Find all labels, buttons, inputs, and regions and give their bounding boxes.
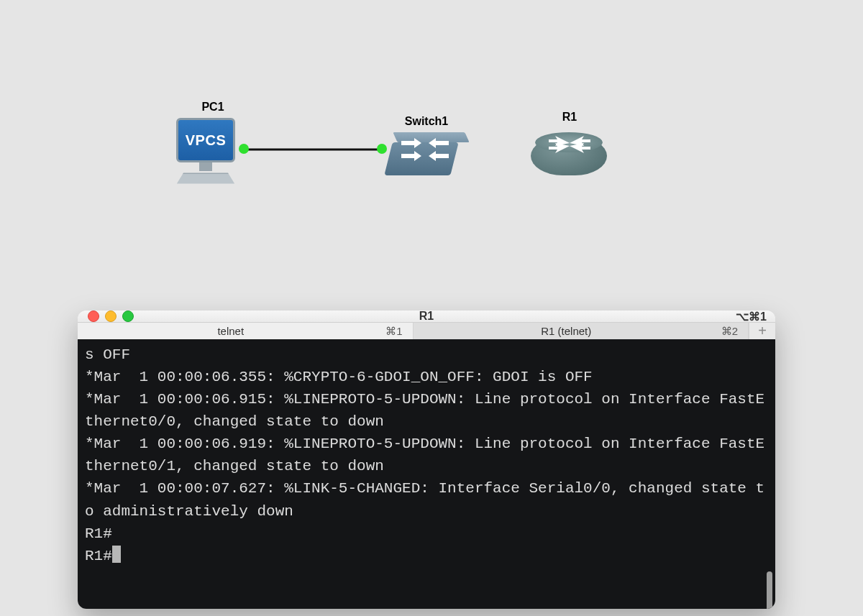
node-r1[interactable] xyxy=(531,132,607,178)
tab-shortcut: ⌘2 xyxy=(721,325,738,338)
tab-shortcut: ⌘1 xyxy=(385,325,402,338)
terminal-window: R1 ⌥⌘1 telnet ⌘1 R1 (telnet) ⌘2 + s OFF … xyxy=(78,311,775,609)
scrollbar-thumb[interactable] xyxy=(767,571,772,609)
topology-canvas[interactable]: PC1 VPCS Switch1 R1 xyxy=(0,0,863,316)
tab-label: R1 (telnet) xyxy=(541,325,620,337)
tab-telnet[interactable]: telnet ⌘1 xyxy=(78,323,414,339)
pc-stand xyxy=(199,162,212,171)
tab-label: telnet xyxy=(217,325,273,337)
node-switch1[interactable] xyxy=(384,142,458,175)
link-endpoint-sw1[interactable] xyxy=(377,144,387,154)
pc-base xyxy=(177,173,234,183)
zoom-icon[interactable] xyxy=(122,311,134,322)
tab-r1-telnet[interactable]: R1 (telnet) ⌘2 xyxy=(414,323,749,339)
terminal-cursor xyxy=(112,546,121,563)
link-endpoint-pc1[interactable] xyxy=(239,144,249,154)
link-pc1-sw1[interactable] xyxy=(243,148,387,151)
pc-monitor-icon: VPCS xyxy=(176,118,235,162)
pc-screen-text: VPCS xyxy=(186,132,226,149)
window-traffic-lights xyxy=(78,311,134,322)
tab-bar: telnet ⌘1 R1 (telnet) ⌘2 + xyxy=(78,322,775,339)
window-shortcut: ⌥⌘1 xyxy=(736,311,767,323)
node-label-r1: R1 xyxy=(555,111,584,124)
node-label-pc1: PC1 xyxy=(191,101,234,114)
switch-arrows-icon xyxy=(388,142,455,175)
terminal-text: s OFF *Mar 1 00:00:06.355: %CRYPTO-6-GDO… xyxy=(85,346,764,564)
add-tab-button[interactable]: + xyxy=(749,323,775,339)
terminal-output[interactable]: s OFF *Mar 1 00:00:06.355: %CRYPTO-6-GDO… xyxy=(78,339,775,609)
router-arrows-icon xyxy=(541,131,598,155)
window-titlebar[interactable]: R1 ⌥⌘1 xyxy=(78,311,775,322)
window-title: R1 xyxy=(78,311,775,323)
node-pc1[interactable]: VPCS xyxy=(170,118,242,184)
close-icon[interactable] xyxy=(88,311,99,322)
minimize-icon[interactable] xyxy=(105,311,117,322)
node-label-sw1: Switch1 xyxy=(394,115,459,128)
